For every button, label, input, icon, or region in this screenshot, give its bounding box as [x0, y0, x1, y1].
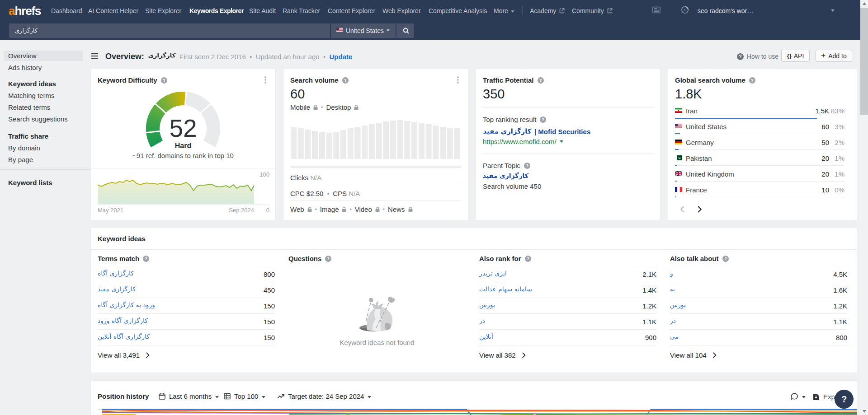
- svg-text:?: ?: [739, 54, 741, 59]
- svg-text:?: ?: [539, 78, 542, 83]
- svg-text:?: ?: [527, 256, 529, 261]
- svg-text:?: ?: [344, 78, 347, 83]
- svg-text:?: ?: [145, 256, 147, 261]
- svg-text:?: ?: [751, 78, 754, 83]
- svg-text:?: ?: [724, 256, 727, 261]
- svg-text:?: ?: [542, 117, 545, 122]
- svg-text:?: ?: [327, 256, 330, 261]
- svg-text:?: ?: [526, 163, 528, 168]
